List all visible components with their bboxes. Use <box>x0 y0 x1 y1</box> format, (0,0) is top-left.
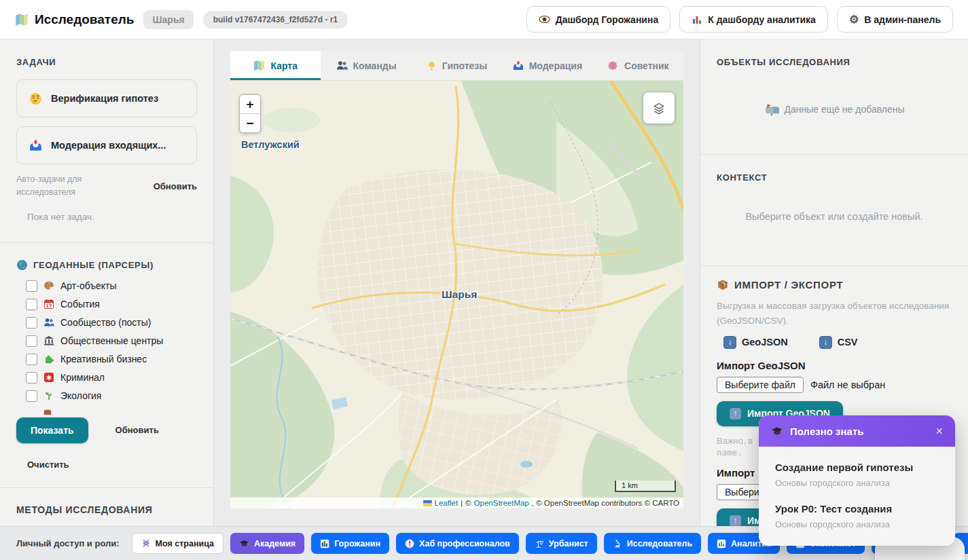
checkbox[interactable] <box>26 299 37 310</box>
city-icon <box>320 539 329 548</box>
objects-empty-state: Данные ещё не добавлены <box>717 102 952 116</box>
role-urbanist-button[interactable]: Урбанист <box>526 533 597 554</box>
parser-item-ecology[interactable]: Экология <box>26 390 197 402</box>
roles-bar-label: Личный доступ и роли: <box>16 538 120 548</box>
methods-heading: МЕТОДЫ ИССЛЕДОВАНИЯ <box>16 504 197 515</box>
map-scale-bar: 1 km <box>615 481 676 492</box>
ukraine-flag-icon <box>423 500 432 506</box>
lesson-item[interactable]: Создание первой гипотезы Основы городско… <box>775 462 939 488</box>
bank-icon <box>43 335 54 346</box>
crane-icon <box>535 539 544 548</box>
puzzle-icon <box>43 354 54 365</box>
parsers-show-button[interactable]: Показать <box>16 417 88 443</box>
popup-title: Полезно знать <box>790 426 864 437</box>
parser-item-crime[interactable]: Криминал <box>26 372 197 384</box>
role-academy-button[interactable]: Академия <box>230 533 304 554</box>
export-csv-button[interactable]: ↓ CSV <box>819 336 858 349</box>
import-export-heading: ИМПОРТ / ЭКСПОРТ <box>717 278 952 291</box>
parsers-refresh-button[interactable]: Обновить <box>115 425 159 435</box>
parser-item-community-posts[interactable]: Сообщество (посты) <box>26 317 197 329</box>
build-pill: build v1767472436_f2fd527d - r1 <box>203 11 348 29</box>
task-card-incoming-moderation[interactable]: Модерация входящих... <box>16 126 197 164</box>
role-citizen-button[interactable]: Горожанин <box>311 533 389 554</box>
map-layers-button[interactable] <box>643 92 675 124</box>
citizen-dashboard-button[interactable]: Дашборд Горожанина <box>526 6 671 33</box>
parser-item-creative-business[interactable]: Креативный бизнес <box>26 354 197 365</box>
checkbox[interactable] <box>26 390 37 402</box>
download-icon: ↓ <box>819 336 832 349</box>
admin-panel-button[interactable]: ⚙ В админ-панель <box>837 6 953 33</box>
parser-item-public-centers[interactable]: Общественные центры <box>26 335 197 347</box>
context-empty-state: Выберите объект или создайте новый. <box>717 211 952 222</box>
popup-body: Создание первой гипотезы Основы городско… <box>759 447 955 546</box>
left-sidebar: ЗАДАЧИ Верификация гипотез Модерация вхо… <box>0 39 214 526</box>
main-tabs: Карта Команды Гипотезы Модерация Советни… <box>230 51 683 81</box>
auto-tasks-label: Авто-задачи для исследователя <box>16 173 125 200</box>
bar-chart-icon <box>692 14 702 25</box>
tasks-heading: ЗАДАЧИ <box>16 57 197 67</box>
thinking-face-icon <box>29 92 42 105</box>
microscope-icon <box>613 539 622 548</box>
lesson-item[interactable]: Урок Р0: Тест создания Основы городского… <box>775 503 939 529</box>
checkbox[interactable] <box>26 317 37 329</box>
divider <box>0 242 213 243</box>
map-label-town: Ветлужский <box>241 139 300 150</box>
role-researcher-button[interactable]: Исследователь <box>604 533 701 554</box>
tab-hypotheses[interactable]: Гипотезы <box>412 51 502 80</box>
popup-header: Полезно знать × <box>759 415 955 447</box>
checkbox[interactable] <box>26 372 37 384</box>
map-attribution: Leaflet | © OpenStreetMap , © OpenStreet… <box>230 498 683 508</box>
checkbox[interactable] <box>26 280 37 292</box>
people-icon <box>43 317 54 328</box>
tab-moderation[interactable]: Модерация <box>502 51 592 80</box>
inbox-icon <box>513 60 524 71</box>
analytics-dashboard-button[interactable]: К дашборду аналитика <box>679 6 828 33</box>
package-icon <box>717 278 729 291</box>
map-canvas[interactable]: + − Ветлужский Шарья 1 km Leaflet | © Op… <box>230 81 683 508</box>
seedling-icon <box>43 390 54 401</box>
layers-icon <box>651 100 667 116</box>
close-icon[interactable]: × <box>935 424 943 438</box>
parser-item-art-objects[interactable]: Арт-объекты <box>26 280 197 292</box>
role-pro-hub-button[interactable]: Хаб профессионалов <box>396 533 519 554</box>
download-icon: ↓ <box>723 336 736 349</box>
tab-teams[interactable]: Команды <box>321 51 411 80</box>
tasks-refresh-button[interactable]: Обновить <box>154 181 197 191</box>
objects-heading: ОБЪЕКТЫ ИССЛЕДОВАНИЯ <box>717 57 952 67</box>
checkbox[interactable] <box>26 335 37 347</box>
zoom-out-button[interactable]: − <box>240 113 260 132</box>
leaflet-link[interactable]: Leaflet <box>435 499 459 507</box>
role-my-page-button[interactable]: Моя страница <box>132 533 223 554</box>
gear-icon: ⚙ <box>849 14 859 25</box>
geojson-file-button[interactable]: Выберите файл <box>717 377 804 393</box>
team-icon <box>336 60 348 71</box>
palette-icon <box>43 280 54 291</box>
svg-text:17: 17 <box>46 303 52 309</box>
parser-item-events[interactable]: 17 События <box>26 299 197 310</box>
divider <box>700 154 968 155</box>
tab-map[interactable]: Карта <box>230 51 321 80</box>
analytics-icon <box>717 539 726 548</box>
zoom-in-button[interactable]: + <box>240 95 260 113</box>
map-icon <box>15 13 29 26</box>
divider <box>0 487 213 488</box>
task-card-hypothesis-verification[interactable]: Верификация гипотез <box>16 79 197 117</box>
alert-icon <box>43 372 54 383</box>
useful-to-know-popup: Полезно знать × Создание первой гипотезы… <box>759 415 955 546</box>
tasks-empty-note: Пока нет задач. <box>27 212 197 222</box>
main-column: Карта Команды Гипотезы Модерация Советни… <box>214 39 700 526</box>
export-geojson-button[interactable]: ↓ GeoJSON <box>723 336 788 349</box>
upload-icon: ↑ <box>730 515 741 526</box>
mailbox-icon <box>764 102 781 116</box>
tab-advisor[interactable]: Советник <box>593 51 683 80</box>
graduation-cap-icon <box>239 540 249 548</box>
map-zoom-control: + − <box>239 94 261 133</box>
app-title: Исследователь <box>35 12 134 27</box>
checkbox[interactable] <box>26 354 37 365</box>
parsers-clear-button[interactable]: Очистить <box>27 460 197 470</box>
brain-icon <box>607 60 619 71</box>
clipped-icon <box>43 409 52 415</box>
osm-link[interactable]: OpenStreetMap <box>474 499 529 507</box>
app-header: Исследователь Шарья build v1767472436_f2… <box>0 0 968 39</box>
calendar-icon: 17 <box>43 299 54 310</box>
